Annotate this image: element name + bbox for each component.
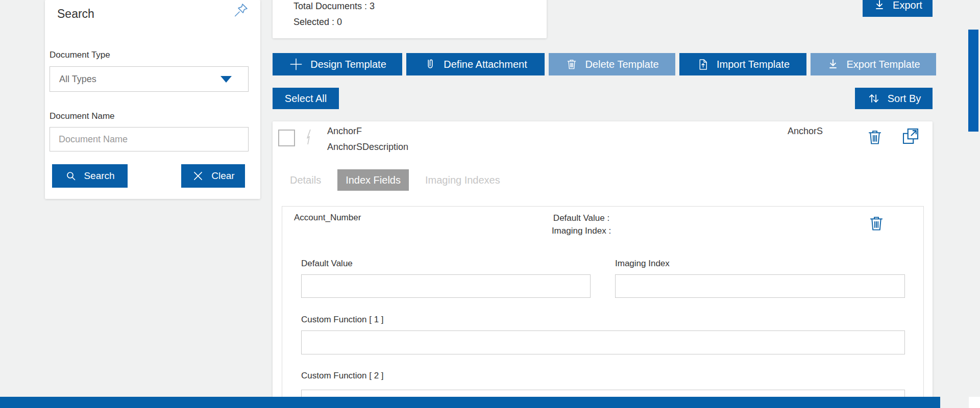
- export-button-label: Export: [893, 0, 922, 11]
- open-document-button[interactable]: [899, 125, 922, 148]
- default-value-input[interactable]: [301, 274, 591, 298]
- import-file-icon: [696, 58, 710, 71]
- define-attachment-button[interactable]: Define Attachment: [406, 53, 545, 75]
- custom-function-2-label: Custom Function [ 2 ]: [301, 371, 384, 381]
- custom-function-1-label: Custom Function [ 1 ]: [301, 315, 384, 325]
- search-panel: Search Document Type All Types Document …: [45, 0, 260, 199]
- document-description: AnchorSDescription: [327, 142, 408, 152]
- select-all-label: Select All: [285, 93, 327, 105]
- document-card: AnchorF AnchorSDescription AnchorS Detai…: [273, 121, 933, 408]
- document-type-value: AnchorS: [788, 126, 823, 137]
- import-template-label: Import Template: [717, 59, 790, 70]
- search-button[interactable]: Search: [52, 164, 128, 188]
- document-checkbox[interactable]: [278, 130, 295, 146]
- delete-template-label: Delete Template: [585, 59, 658, 70]
- design-template-label: Design Template: [310, 59, 386, 70]
- clear-button[interactable]: Clear: [181, 164, 245, 188]
- index-field-name: Account_Number: [294, 213, 361, 223]
- document-name-label: Document Name: [50, 111, 115, 121]
- export-template-button[interactable]: Export Template: [811, 53, 936, 75]
- download-icon: [873, 0, 886, 12]
- clear-button-label: Clear: [211, 170, 234, 182]
- document-name: AnchorF: [327, 126, 362, 137]
- default-value-display: Default Value :: [520, 212, 643, 224]
- tab-index-fields[interactable]: Index Fields: [337, 169, 409, 191]
- search-button-label: Search: [84, 170, 114, 182]
- documents-summary: Total Documents :3 Selected :0: [273, 0, 547, 38]
- chevron-down-icon: [220, 76, 232, 83]
- pin-icon[interactable]: [233, 2, 249, 19]
- search-icon: [65, 170, 77, 182]
- plus-icon: [288, 57, 304, 72]
- vertical-scrollbar-thumb[interactable]: [968, 30, 978, 132]
- delete-template-button[interactable]: Delete Template: [549, 53, 675, 75]
- tab-details[interactable]: Details: [282, 169, 329, 191]
- download-icon: [826, 58, 840, 71]
- default-value-label: Default Value: [301, 259, 353, 269]
- index-field-summary: Default Value : Imaging Index :: [520, 212, 643, 237]
- export-button[interactable]: Export: [863, 0, 933, 17]
- document-name-input[interactable]: [50, 127, 249, 151]
- selected-count: Selected :0: [293, 17, 342, 28]
- sort-by-label: Sort By: [888, 93, 921, 105]
- total-documents: Total Documents :3: [293, 1, 375, 12]
- imaging-index-label: Imaging Index: [615, 259, 670, 269]
- imaging-index-display: Imaging Index :: [520, 224, 643, 237]
- document-type-label: Document Type: [50, 50, 110, 60]
- footer-bar: [0, 397, 940, 408]
- document-type-select[interactable]: All Types: [50, 66, 249, 92]
- sort-arrows-icon: [867, 91, 881, 106]
- trash-icon: [565, 58, 578, 71]
- delete-document-button[interactable]: [865, 127, 885, 148]
- index-field-panel: Account_Number Default Value : Imaging I…: [282, 206, 924, 408]
- document-tabs: Details Index Fields Imaging Indexes: [282, 169, 508, 191]
- search-panel-title: Search: [57, 7, 94, 21]
- design-template-button[interactable]: Design Template: [273, 53, 402, 75]
- sort-by-button[interactable]: Sort By: [855, 88, 933, 109]
- delete-index-field-button[interactable]: [866, 213, 887, 235]
- trash-icon: [865, 127, 885, 147]
- app-root: Search Document Type All Types Document …: [0, 0, 980, 408]
- lightning-icon: [304, 129, 312, 153]
- open-in-new-icon: [900, 125, 921, 147]
- scrollbar-corner: [969, 397, 980, 408]
- custom-function-1-input[interactable]: [301, 330, 905, 354]
- trash-icon: [867, 213, 886, 234]
- select-all-button[interactable]: Select All: [273, 88, 339, 109]
- tab-imaging-indexes[interactable]: Imaging Indexes: [417, 169, 508, 191]
- define-attachment-label: Define Attachment: [444, 59, 527, 70]
- import-template-button[interactable]: Import Template: [679, 53, 806, 75]
- close-icon: [191, 169, 205, 183]
- document-type-value: All Types: [59, 74, 220, 85]
- paperclip-icon: [424, 58, 437, 71]
- export-template-label: Export Template: [846, 59, 920, 70]
- imaging-index-input[interactable]: [615, 274, 905, 298]
